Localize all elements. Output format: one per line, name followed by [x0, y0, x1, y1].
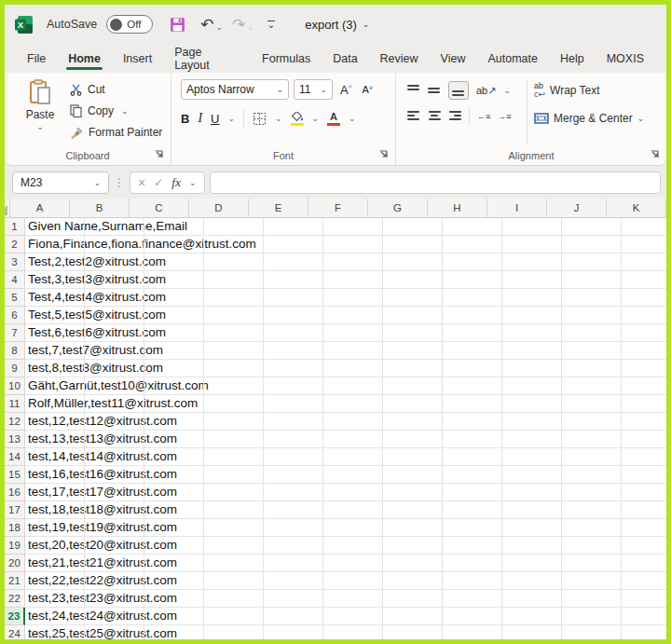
italic-button[interactable]: I	[198, 111, 202, 126]
row-header-24[interactable]: 24	[5, 625, 25, 639]
fill-color-button[interactable]	[291, 112, 304, 126]
cell-a9[interactable]: test,8,test8@xitrust.com	[25, 360, 666, 377]
cell-a10[interactable]: Gäht,Garnüt,test10@xitrust.com	[25, 377, 666, 395]
cell-a17[interactable]: test,18,test18@xitrust.com	[25, 501, 666, 519]
borders-chevron-icon[interactable]: ⌄	[275, 114, 282, 123]
cell-a11[interactable]: Rolf,Müller,test11@xitrust.com	[25, 395, 666, 413]
row-header-3[interactable]: 3	[5, 253, 25, 271]
cell-a3[interactable]: Test,2,test2@xitrust.com	[25, 253, 666, 271]
column-header-h[interactable]: H	[428, 199, 487, 217]
align-right-button[interactable]	[448, 111, 461, 123]
increase-font-size-button[interactable]: A^	[337, 83, 354, 97]
cell-a5[interactable]: Test,4,test4@xitrust.com	[25, 289, 666, 307]
cell-a24[interactable]: test,25,test25@xitrust.com	[25, 625, 666, 639]
align-top-button[interactable]	[407, 85, 420, 97]
column-header-e[interactable]: E	[249, 199, 308, 217]
cell-a21[interactable]: test,22,test22@xitrust.com	[25, 572, 666, 590]
cancel-icon[interactable]: ×	[138, 175, 145, 190]
copy-chevron-icon[interactable]: ⌄	[121, 106, 129, 116]
fx-chevron-icon[interactable]: ⌄	[189, 178, 197, 187]
cell-a2[interactable]: Fiona,Finance,fiona.finance@xitrust.com	[25, 236, 666, 253]
row-header-13[interactable]: 13	[5, 431, 25, 448]
tab-formulas[interactable]: Formulas	[253, 44, 320, 73]
cell-a8[interactable]: test,7,test7@xitrust.com	[25, 342, 666, 360]
alignment-dialog-launcher-icon[interactable]	[650, 149, 661, 160]
enter-check-icon[interactable]: ✓	[154, 176, 163, 189]
autosave-toggle[interactable]: Off	[106, 15, 153, 34]
row-header-9[interactable]: 9	[5, 360, 25, 377]
undo-button[interactable]: ↶ ⌄	[200, 15, 223, 34]
cell-a20[interactable]: test,21,test21@xitrust.com	[25, 555, 666, 572]
cell-a22[interactable]: test,23,test23@xitrust.com	[25, 590, 666, 608]
cell-a4[interactable]: Test,3,test3@xitrust.com	[25, 271, 666, 289]
underline-chevron-icon[interactable]: ⌄	[227, 114, 235, 123]
row-header-1[interactable]: 1	[5, 218, 25, 236]
tab-page-layout[interactable]: Page Layout	[165, 44, 249, 73]
column-header-c[interactable]: C	[130, 199, 189, 217]
cell-a14[interactable]: test,14,test14@xitrust.com	[25, 448, 666, 466]
cell-a7[interactable]: Test,6,test6@xitrust.com	[25, 324, 666, 342]
merge-and-center-button[interactable]: Merge & Center ⌄	[534, 112, 644, 125]
cell-a16[interactable]: test,17,test17@xitrust.com	[25, 484, 666, 501]
select-all-corner[interactable]	[5, 199, 10, 217]
row-header-20[interactable]: 20	[5, 555, 25, 572]
redo-button[interactable]: ↷ ⌄	[232, 15, 254, 34]
row-header-14[interactable]: 14	[5, 448, 25, 466]
name-box[interactable]: M23 ⌄	[12, 171, 109, 194]
row-header-15[interactable]: 15	[5, 466, 25, 484]
row-header-11[interactable]: 11	[5, 395, 25, 413]
column-header-i[interactable]: I	[487, 199, 547, 217]
cell-a19[interactable]: test,20,test20@xitrust.com	[25, 537, 666, 555]
orientation-chevron-icon[interactable]: ⌄	[503, 86, 511, 95]
align-center-button[interactable]	[428, 111, 441, 123]
column-header-k[interactable]: K	[607, 199, 666, 217]
cell-a6[interactable]: Test,5,test5@xitrust.com	[25, 307, 666, 324]
cell-a15[interactable]: test,16,test16@xitrust.com	[25, 466, 666, 484]
cell-a1[interactable]: Given Name,Surname,Email	[25, 218, 666, 236]
bold-button[interactable]: B	[181, 112, 189, 126]
row-header-23[interactable]: 23	[5, 608, 25, 625]
tab-moxis[interactable]: MOXIS	[597, 44, 653, 73]
row-header-19[interactable]: 19	[5, 537, 25, 555]
fill-color-chevron-icon[interactable]: ⌄	[312, 114, 320, 123]
font-color-button[interactable]: A	[327, 112, 340, 126]
document-title[interactable]: export (3) ⌄	[305, 18, 369, 32]
increase-indent-button[interactable]: →≡	[498, 113, 511, 121]
row-header-12[interactable]: 12	[5, 413, 25, 431]
decrease-font-size-button[interactable]: A˅	[359, 84, 376, 95]
formula-input[interactable]	[210, 171, 661, 194]
tab-review[interactable]: Review	[371, 44, 428, 73]
paste-chevron-icon[interactable]: ⌄	[36, 122, 44, 131]
row-header-8[interactable]: 8	[5, 342, 25, 360]
align-middle-button[interactable]	[428, 85, 441, 97]
tab-data[interactable]: Data	[323, 44, 366, 73]
cell-a18[interactable]: test,19,test19@xitrust.com	[25, 519, 666, 537]
column-header-j[interactable]: J	[547, 199, 607, 217]
orientation-button[interactable]: ab↗	[476, 87, 496, 95]
row-header-4[interactable]: 4	[5, 271, 25, 289]
column-header-g[interactable]: G	[368, 199, 428, 217]
copy-button[interactable]: Copy ⌄	[70, 103, 162, 118]
row-header-7[interactable]: 7	[5, 324, 25, 342]
cell-a13[interactable]: test,13,test13@xitrust.com	[25, 431, 666, 448]
tab-file[interactable]: File	[18, 44, 55, 73]
save-icon[interactable]	[170, 17, 185, 33]
column-header-f[interactable]: F	[308, 199, 368, 217]
column-header-a[interactable]: A	[10, 199, 70, 217]
underline-button[interactable]: U	[211, 112, 219, 126]
column-header-b[interactable]: B	[70, 199, 130, 217]
customize-quick-access-toolbar-icon[interactable]: ⌄	[267, 21, 275, 29]
tab-home[interactable]: Home	[59, 44, 110, 73]
formula-bar-grip-icon[interactable]: ⋮	[114, 176, 125, 189]
wrap-text-button[interactable]: abc↩ Wrap Text	[534, 82, 644, 99]
row-header-10[interactable]: 10	[5, 377, 25, 395]
font-color-chevron-icon[interactable]: ⌄	[349, 114, 356, 123]
tab-automate[interactable]: Automate	[478, 44, 547, 73]
merge-center-chevron-icon[interactable]: ⌄	[637, 114, 645, 123]
borders-icon[interactable]	[253, 112, 267, 126]
clipboard-dialog-launcher-icon[interactable]	[154, 149, 165, 160]
row-header-22[interactable]: 22	[5, 590, 25, 608]
row-header-18[interactable]: 18	[5, 519, 25, 537]
row-header-17[interactable]: 17	[5, 501, 25, 519]
decrease-indent-button[interactable]: ←≡	[477, 113, 490, 121]
